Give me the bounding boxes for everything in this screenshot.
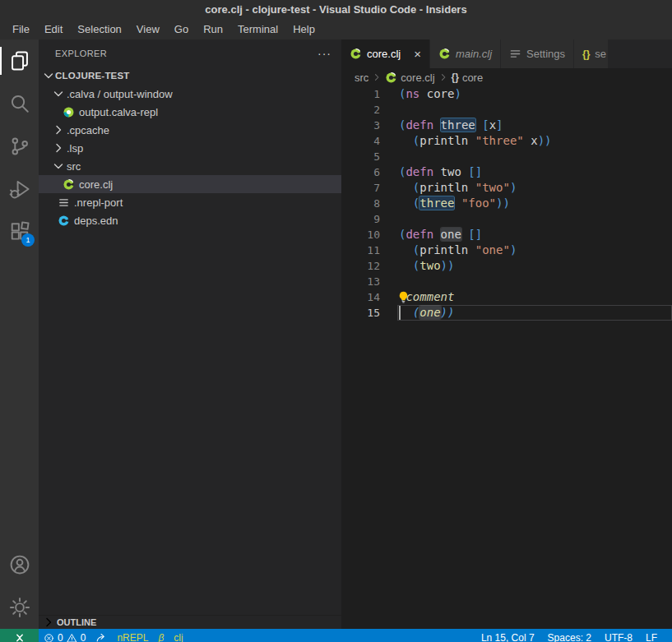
code-line-8[interactable]: 8 (three "foo")) bbox=[341, 196, 672, 211]
code-line-5[interactable]: 5 bbox=[341, 149, 672, 164]
line-content bbox=[397, 102, 672, 118]
settings-list-icon bbox=[509, 48, 521, 60]
menu-help[interactable]: Help bbox=[285, 21, 322, 38]
breadcrumb-core-clj[interactable]: core.clj bbox=[385, 72, 434, 84]
tab-bar: core.clj×main.cljSettings{}se bbox=[341, 39, 672, 68]
code-token: ) bbox=[454, 87, 461, 100]
close-icon[interactable]: × bbox=[414, 48, 421, 60]
calva-file-icon bbox=[385, 72, 397, 84]
code-token bbox=[399, 243, 413, 256]
tree-item-src[interactable]: src bbox=[39, 157, 341, 175]
activitybar-settings[interactable] bbox=[0, 586, 39, 629]
line-content: (println "one") bbox=[397, 242, 672, 258]
activitybar-run-and-debug[interactable] bbox=[0, 168, 39, 210]
code-line-14[interactable]: 14(comment bbox=[341, 289, 672, 305]
code-token bbox=[433, 228, 440, 241]
status-calva-jack-in[interactable] bbox=[90, 629, 112, 642]
status-indentation[interactable]: Spaces: 2 bbox=[541, 629, 598, 642]
code-line-15[interactable]: 15 (one)) bbox=[341, 305, 672, 321]
code-line-6[interactable]: 6(defn two [] bbox=[341, 164, 672, 180]
code-token: println bbox=[419, 181, 468, 194]
tree-item-label: .lsp bbox=[67, 142, 83, 155]
breadcrumb-core[interactable]: {}core bbox=[452, 72, 484, 84]
status-label: β bbox=[158, 632, 164, 642]
code-line-3[interactable]: 3(defn three [x] bbox=[341, 118, 672, 133]
remote-indicator[interactable] bbox=[0, 629, 39, 642]
code-line-1[interactable]: 1(ns core) bbox=[341, 86, 672, 102]
more-actions-icon[interactable]: ··· bbox=[317, 50, 331, 57]
sidebar-explorer: EXPLORER ··· CLOJURE-TEST.calva / output… bbox=[39, 39, 341, 629]
line-content: (comment bbox=[397, 289, 672, 305]
menu-terminal[interactable]: Terminal bbox=[230, 21, 285, 38]
tab-label: Settings bbox=[526, 48, 565, 60]
tree-item--lsp[interactable]: .lsp bbox=[39, 139, 341, 157]
tree-root-clojure-test[interactable]: CLOJURE-TEST bbox=[39, 67, 341, 85]
code-token bbox=[433, 118, 440, 132]
lightbulb-icon[interactable] bbox=[397, 291, 410, 303]
line-number: 10 bbox=[341, 227, 380, 242]
chevron-right-icon bbox=[438, 72, 448, 82]
line-number: 14 bbox=[341, 289, 380, 305]
file-tree: CLOJURE-TEST.calva / output-windowoutput… bbox=[39, 67, 341, 229]
code-token: ) bbox=[510, 181, 517, 194]
menu-file[interactable]: File bbox=[5, 21, 37, 38]
tree-item--cpcache[interactable]: .cpcache bbox=[39, 121, 341, 139]
activitybar-accounts[interactable] bbox=[0, 543, 39, 586]
outline-section[interactable]: OUTLINE bbox=[39, 615, 341, 629]
activitybar-explorer[interactable] bbox=[0, 39, 39, 82]
chevron-right-icon bbox=[52, 141, 65, 155]
tree-item-output-calva-repl[interactable]: output.calva-repl bbox=[39, 103, 341, 121]
status-encoding[interactable]: UTF-8 bbox=[598, 629, 639, 642]
tree-item--nrepl-port[interactable]: .nrepl-port bbox=[39, 193, 341, 211]
code-line-9[interactable]: 9 bbox=[341, 211, 672, 227]
code-token bbox=[468, 181, 475, 194]
tab-core-clj[interactable]: core.clj× bbox=[341, 39, 430, 68]
menu-view[interactable]: View bbox=[129, 21, 167, 38]
line-number: 8 bbox=[341, 196, 380, 211]
status-label: UTF-8 bbox=[605, 632, 633, 642]
code-token bbox=[524, 134, 531, 147]
code-token: three bbox=[419, 196, 454, 210]
breadcrumb-label: core bbox=[462, 72, 483, 84]
menu-run[interactable]: Run bbox=[196, 21, 230, 38]
status-calva-mode[interactable]: β bbox=[153, 629, 169, 642]
problems-indicator[interactable]: 00 bbox=[39, 629, 90, 642]
code-line-11[interactable]: 11 (println "one") bbox=[341, 242, 672, 258]
code-token: )) bbox=[496, 196, 510, 210]
code-token bbox=[468, 134, 475, 147]
menu-go[interactable]: Go bbox=[167, 21, 196, 38]
status-nrepl-status[interactable]: nREPL bbox=[112, 629, 153, 642]
tree-item--calva-output-window[interactable]: .calva / output-window bbox=[39, 85, 341, 103]
status-file-type[interactable]: clj bbox=[169, 629, 188, 642]
code-token: ) bbox=[447, 306, 454, 319]
activitybar-search[interactable] bbox=[0, 82, 39, 125]
status-eol[interactable]: LF bbox=[639, 629, 664, 642]
tab-se[interactable]: {}se bbox=[574, 39, 609, 68]
code-token: x bbox=[489, 118, 496, 132]
tab-label: se bbox=[595, 48, 606, 60]
code-line-13[interactable]: 13 bbox=[341, 274, 672, 289]
line-number: 9 bbox=[341, 211, 380, 227]
code-line-2[interactable]: 2 bbox=[341, 102, 672, 118]
tab-main-clj[interactable]: main.clj bbox=[430, 39, 501, 68]
tree-item-core-clj[interactable]: core.clj bbox=[39, 175, 341, 193]
tab-settings[interactable]: Settings bbox=[501, 39, 574, 68]
code-token: "three" bbox=[475, 134, 524, 147]
code-editor[interactable]: 1(ns core)23(defn three [x]4 (println "t… bbox=[341, 86, 672, 629]
tree-item-deps-edn[interactable]: deps.edn bbox=[39, 211, 341, 229]
code-token: x bbox=[531, 134, 537, 147]
line-content bbox=[397, 149, 672, 164]
breadcrumb-src[interactable]: src bbox=[355, 72, 368, 84]
code-line-4[interactable]: 4 (println "three" x)) bbox=[341, 133, 672, 149]
status-cursor-position[interactable]: Ln 15, Col 7 bbox=[475, 629, 541, 642]
code-token: [] bbox=[468, 165, 482, 178]
activitybar-source-control[interactable] bbox=[0, 125, 39, 168]
code-line-12[interactable]: 12 (two)) bbox=[341, 258, 672, 274]
menu-selection[interactable]: Selection bbox=[70, 21, 128, 38]
activitybar-extensions[interactable]: 1 bbox=[0, 210, 39, 253]
chevron-down-icon bbox=[52, 87, 65, 100]
code-line-10[interactable]: 10(defn one [] bbox=[341, 227, 672, 242]
menu-edit[interactable]: Edit bbox=[37, 21, 70, 38]
line-number: 15 bbox=[341, 305, 380, 321]
code-line-7[interactable]: 7 (println "two") bbox=[341, 180, 672, 196]
